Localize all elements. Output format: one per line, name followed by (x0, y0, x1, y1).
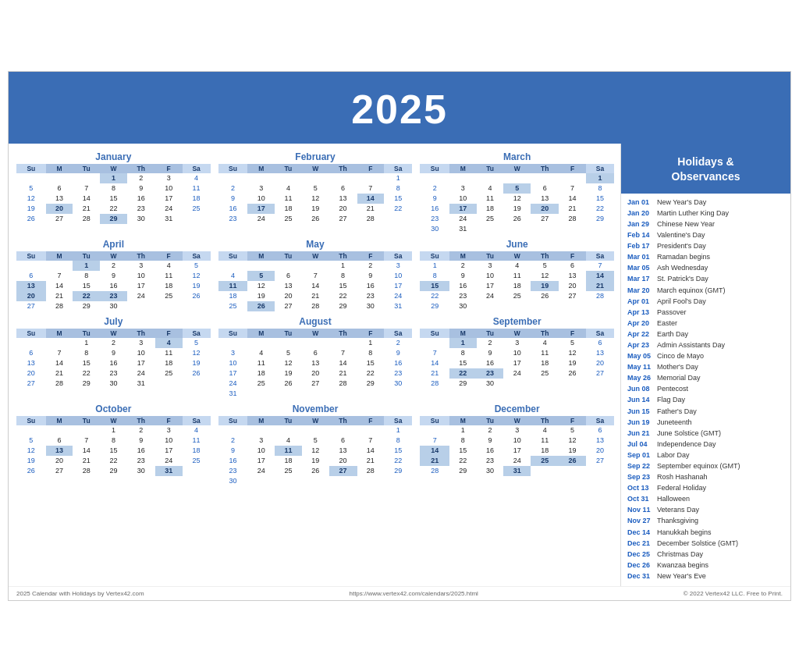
day-cell: 1 (100, 173, 127, 183)
day-cell: 28 (559, 214, 586, 224)
holiday-date: Sep 01 (627, 450, 657, 460)
day-cell: 29 (100, 466, 127, 476)
day-cell: 3 (384, 261, 412, 271)
day-cell: 9 (127, 436, 155, 446)
day-cell: 11 (275, 194, 302, 204)
day-cell (357, 425, 385, 436)
day-cell: 16 (420, 204, 449, 214)
day-cell: 14 (586, 271, 614, 281)
month-title: September (420, 316, 614, 327)
holiday-date: Jul 04 (627, 439, 657, 450)
day-cell: 13 (302, 358, 329, 368)
day-cell: 2 (357, 261, 385, 271)
day-cell: 22 (329, 291, 357, 301)
day-cell (329, 389, 357, 399)
day-cell: 12 (183, 348, 211, 358)
day-cell: 16 (384, 358, 412, 368)
day-cell: 23 (218, 466, 248, 476)
day-cell: 11 (247, 358, 275, 368)
day-cell (247, 261, 275, 271)
day-cell: 14 (420, 358, 449, 368)
day-cell: 6 (531, 183, 559, 194)
day-cell: 18 (155, 358, 183, 368)
day-cell: 26 (247, 301, 275, 311)
day-cell: 9 (100, 271, 127, 281)
day-cell (531, 173, 559, 183)
day-cell: 30 (384, 379, 412, 389)
day-cell: 6 (329, 436, 357, 446)
holiday-date: Mar 20 (627, 286, 657, 296)
day-cell (302, 389, 329, 399)
day-cell: 1 (449, 338, 477, 348)
day-cell: 4 (218, 271, 248, 281)
day-cell: 17 (155, 446, 183, 456)
day-cell: 9 (100, 348, 127, 358)
day-cell: 9 (449, 271, 477, 281)
day-cell: 12 (275, 358, 302, 368)
day-cell: 19 (302, 456, 329, 466)
holiday-date: Apr 13 (627, 308, 657, 318)
day-cell: 7 (357, 183, 385, 194)
day-cell (16, 425, 46, 436)
day-cell: 31 (155, 466, 183, 476)
day-cell: 5 (16, 436, 46, 446)
day-cell (155, 379, 183, 389)
day-cell: 10 (155, 436, 183, 446)
day-cell: 8 (329, 271, 357, 281)
month-title: October (16, 404, 211, 414)
holiday-item: Sep 01Labor Day (627, 450, 784, 460)
day-cell: 15 (384, 194, 412, 204)
day-cell: 21 (559, 204, 586, 214)
day-cell: 24 (384, 291, 412, 301)
day-cell: 3 (155, 425, 183, 436)
sidebar-title: Holidays &Observances (621, 144, 790, 194)
holiday-name: Admin Assistants Day (657, 340, 725, 350)
day-cell: 13 (46, 446, 73, 456)
day-cell: 9 (357, 271, 385, 281)
holiday-name: Martin Luther King Day (657, 208, 729, 219)
day-cell: 14 (73, 446, 100, 456)
day-cell: 13 (559, 271, 586, 281)
holiday-item: Jul 04Independence Day (627, 439, 784, 450)
holiday-item: Jun 21June Solstice (GMT) (627, 428, 784, 439)
day-cell: 25 (477, 214, 504, 224)
day-cell: 16 (477, 358, 504, 368)
day-cell (384, 214, 412, 224)
day-cell: 21 (420, 456, 449, 466)
day-cell (420, 338, 449, 348)
day-cell: 22 (357, 368, 385, 379)
day-cell (420, 173, 449, 183)
day-cell: 25 (275, 214, 302, 224)
day-cell: 23 (100, 368, 127, 379)
day-cell: 8 (73, 271, 100, 281)
day-cell: 23 (477, 456, 504, 466)
day-cell: 12 (302, 194, 329, 204)
day-cell: 4 (275, 436, 302, 446)
day-cell: 8 (586, 183, 614, 194)
day-cell: 11 (155, 348, 183, 358)
day-cell (218, 261, 248, 271)
holiday-name: Veterans Day (657, 505, 699, 515)
day-cell: 4 (531, 338, 559, 348)
day-cell (183, 379, 211, 389)
day-cell: 7 (302, 271, 329, 281)
holiday-item: Apr 20Easter (627, 318, 784, 329)
day-cell: 23 (100, 291, 127, 301)
day-cell (559, 301, 586, 311)
day-cell: 1 (73, 261, 100, 271)
day-cell: 29 (384, 466, 412, 476)
holiday-date: Feb 17 (627, 241, 657, 251)
holiday-name: March equinox (GMT) (657, 286, 726, 296)
day-cell: 23 (477, 368, 504, 379)
day-cell: 2 (477, 425, 504, 436)
holiday-item: Jan 01New Year's Day (627, 197, 784, 208)
holiday-item: Apr 01April Fool's Day (627, 297, 784, 307)
holiday-item: Jan 20Martin Luther King Day (627, 208, 784, 219)
holidays-sidebar: Holidays &Observances Jan 01New Year's D… (620, 144, 790, 586)
day-cell: 29 (449, 379, 477, 389)
day-cell (384, 476, 412, 486)
day-cell (503, 173, 531, 183)
day-cell: 16 (100, 281, 127, 291)
holiday-date: Nov 11 (627, 505, 657, 515)
month-june: JuneSuMTuWThFSa1234567891011121314151617… (420, 239, 614, 311)
